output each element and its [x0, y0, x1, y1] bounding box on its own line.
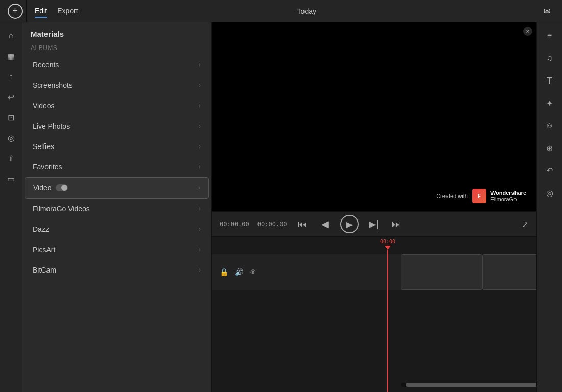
chevron-icon: › — [199, 163, 201, 170]
icon-sidebar: ⌂ ▦ ↑ ↩ ⊡ ◎ ⇧ ▭ — [0, 22, 22, 392]
text-button[interactable]: T — [541, 71, 559, 90]
sidebar-layers-btn[interactable]: ▦ — [2, 47, 20, 65]
menu-item-recents[interactable]: Recents › — [25, 55, 209, 75]
sidebar-home-btn[interactable]: ⌂ — [2, 27, 20, 45]
sidebar-crop-btn[interactable]: ⊡ — [2, 108, 20, 127]
menu-item-video[interactable]: Video › — [25, 177, 209, 199]
chevron-icon: › — [199, 266, 201, 274]
panel-title: Materials — [22, 22, 211, 42]
time-display-1: 00:00.00 — [220, 220, 249, 228]
menu-item-picsart[interactable]: PicsArt › — [25, 239, 209, 260]
play-icon: ▶ — [346, 219, 353, 229]
watermark: Created with F Wondershare FilmoraGo — [431, 186, 531, 206]
playhead-marker — [385, 246, 391, 250]
left-panel: Materials Albums Recents › Screenshots ›… — [22, 22, 212, 392]
chevron-icon: › — [199, 226, 201, 233]
chevron-icon: › — [199, 143, 201, 150]
timeline-scrollbar[interactable] — [401, 383, 516, 387]
menu-item-live-photos[interactable]: Live Photos › — [25, 116, 209, 136]
tab-edit[interactable]: Edit — [35, 5, 47, 18]
message-icon[interactable]: ✉ — [535, 0, 558, 22]
track-controls: 🔒 🔊 👁 — [212, 254, 401, 290]
message-icon-symbol: ✉ — [544, 6, 550, 16]
playhead-time: 00:00 — [380, 239, 395, 244]
top-bar: + Edit Export Today ✉ — [0, 0, 562, 22]
step-back-button[interactable]: ◀ — [318, 217, 332, 231]
chevron-icon: › — [198, 184, 200, 191]
sidebar-device-btn[interactable]: ▭ — [2, 169, 20, 188]
eye-icon[interactable]: 👁 — [249, 268, 256, 276]
audio-icon[interactable]: 🔊 — [235, 268, 243, 276]
menu-item-videos[interactable]: Videos › — [25, 95, 209, 116]
step-forward-button[interactable]: ▶| — [367, 217, 381, 231]
filmorago-logo: F — [472, 189, 486, 203]
controls-bar: 00:00.00 00:00.00 ⏮ ◀ ▶ ▶| ⏭ ⤢ — [212, 211, 536, 237]
menu-item-bitcam[interactable]: BitCam › — [25, 260, 209, 280]
mask-button[interactable]: ⊕ — [541, 139, 559, 157]
menu-item-filmorago-videos[interactable]: FilmoraGo Videos › — [25, 199, 209, 219]
timeline-area: 00:00 🔒 🔊 👁 — [212, 237, 536, 392]
page-title: Today — [78, 7, 535, 15]
audio-wave-button[interactable]: ◎ — [541, 184, 559, 202]
chevron-icon: › — [199, 61, 201, 68]
top-tabs: Edit Export — [35, 5, 78, 18]
sidebar-share-btn[interactable]: ⇧ — [2, 149, 20, 167]
menu-item-selfies[interactable]: Selfies › — [25, 136, 209, 157]
skip-to-start-button[interactable]: ⏮ — [295, 217, 310, 231]
add-icon: + — [12, 6, 18, 16]
center-area: ✕ Created with F Wondershare FilmoraGo 0… — [212, 22, 536, 392]
chevron-icon: › — [199, 102, 201, 109]
sidebar-headphones-btn[interactable]: ◎ — [2, 129, 20, 147]
timeline-track: 🔒 🔊 👁 — [212, 254, 536, 295]
playhead-line — [387, 250, 388, 392]
chevron-icon: › — [199, 246, 201, 253]
lock-icon[interactable]: 🔒 — [220, 268, 228, 276]
emoji-button[interactable]: ☺ — [541, 116, 559, 135]
main-area: ⌂ ▦ ↑ ↩ ⊡ ◎ ⇧ ▭ Materials Albums Recents… — [0, 22, 562, 392]
add-button-container: + — [4, 0, 27, 22]
time-display-2: 00:00.00 — [257, 220, 287, 228]
sidebar-export-btn[interactable]: ↑ — [2, 67, 20, 86]
curve-button[interactable]: ↶ — [541, 161, 559, 180]
hamburger-menu-button[interactable]: ≡ — [541, 27, 559, 45]
brand-text: Wondershare FilmoraGo — [490, 190, 526, 202]
timeline-clip-1[interactable] — [401, 254, 482, 290]
fullscreen-button[interactable]: ⤢ — [522, 219, 528, 229]
albums-label: Albums — [22, 42, 211, 55]
skip-to-end-button[interactable]: ⏭ — [389, 217, 404, 231]
timeline-scrollbar-thumb[interactable] — [406, 383, 536, 387]
sidebar-undo-btn[interactable]: ↩ — [2, 88, 20, 106]
video-toggle[interactable] — [56, 184, 68, 191]
video-preview: ✕ Created with F Wondershare FilmoraGo — [212, 22, 536, 211]
chevron-icon: › — [199, 122, 201, 130]
sticker-button[interactable]: ✦ — [541, 94, 559, 112]
music-button[interactable]: ♫ — [541, 49, 559, 67]
watermark-close-button[interactable]: ✕ — [523, 27, 532, 36]
menu-item-favorites[interactable]: Favorites › — [25, 157, 209, 177]
right-sidebar: ≡ ♫ T ✦ ☺ ⊕ ↶ ◎ — [536, 22, 562, 392]
menu-item-screenshots[interactable]: Screenshots › — [25, 75, 209, 95]
menu-item-dazz[interactable]: Dazz › — [25, 219, 209, 239]
created-with-text: Created with — [436, 193, 468, 199]
add-button[interactable]: + — [8, 4, 23, 19]
chevron-icon: › — [199, 82, 201, 89]
play-button[interactable]: ▶ — [340, 215, 359, 233]
timeline-clip-2[interactable] — [482, 254, 536, 290]
chevron-icon: › — [199, 205, 201, 212]
tab-export[interactable]: Export — [57, 5, 78, 18]
